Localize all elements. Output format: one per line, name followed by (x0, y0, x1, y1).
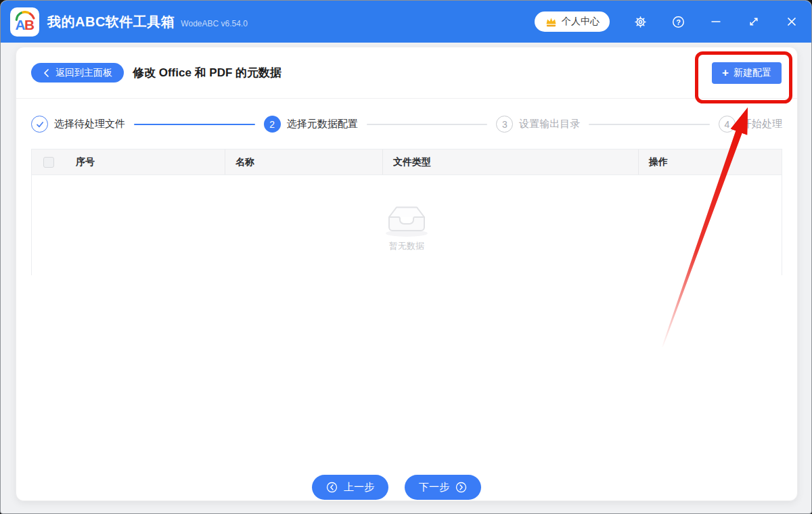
step-2-circle: 2 (264, 116, 281, 133)
empty-inbox-icon (380, 198, 434, 237)
titlebar: A B 我的ABC软件工具箱 WodeABC v6.54.0 个人中心 (1, 1, 811, 43)
step-1-circle (31, 116, 48, 133)
table-body-empty: 暂无数据 (32, 175, 782, 275)
prev-step-label: 上一步 (344, 481, 374, 494)
abc-logo-icon: A B (12, 9, 38, 34)
step-4-label: 开始处理 (742, 118, 782, 131)
settings-button[interactable] (633, 14, 648, 29)
panel-header: 返回到主面板 修改 Office 和 PDF 的元数据 + 新建配置 (16, 47, 797, 99)
new-config-label: 新建配置 (734, 67, 771, 79)
svg-text:B: B (24, 17, 35, 32)
main-panel: 返回到主面板 修改 Office 和 PDF 的元数据 + 新建配置 选择待处理… (16, 47, 798, 501)
svg-text:?: ? (676, 18, 681, 26)
step-4-circle: 4 (719, 116, 736, 133)
minimize-icon (709, 15, 723, 28)
header-cell-filetype: 文件类型 (382, 149, 638, 174)
step-set-output-dir: 3 设置输出目录 (496, 116, 580, 133)
prev-step-button[interactable]: 上一步 (312, 475, 388, 500)
help-button[interactable]: ? (671, 14, 685, 29)
step-3-circle: 3 (496, 116, 513, 133)
maximize-icon (747, 15, 761, 28)
back-button-label: 返回到主面板 (55, 67, 112, 79)
wizard-stepper: 选择待处理文件 2 选择元数据配置 3 设置输出目录 4 开始处理 (31, 116, 782, 133)
next-step-label: 下一步 (419, 481, 449, 494)
help-icon: ? (671, 15, 685, 29)
header-cell-checkbox (32, 149, 66, 174)
wizard-footer: 上一步 下一步 (6, 475, 787, 500)
next-step-button[interactable]: 下一步 (405, 475, 481, 500)
step-connector (134, 124, 255, 125)
back-chevron-icon (43, 68, 50, 78)
config-table: 序号 名称 文件类型 操作 暂无数据 (31, 149, 782, 275)
step-select-metadata-config: 2 选择元数据配置 (264, 116, 358, 133)
step-connector (367, 124, 488, 125)
app-logo: A B (10, 7, 39, 37)
step-1-label: 选择待处理文件 (54, 118, 125, 131)
crown-icon (545, 16, 558, 28)
page-title: 修改 Office 和 PDF 的元数据 (133, 65, 281, 80)
header-cell-seq: 序号 (66, 149, 225, 174)
step-3-label: 设置输出目录 (519, 118, 580, 131)
maximize-button[interactable] (746, 14, 761, 29)
empty-data-text: 暂无数据 (389, 240, 424, 252)
select-all-checkbox[interactable] (43, 157, 54, 168)
step-start-processing: 4 开始处理 (719, 116, 782, 133)
step-select-files: 选择待处理文件 (31, 116, 125, 133)
header-cell-operation: 操作 (638, 149, 782, 174)
gear-icon (633, 15, 648, 29)
table-header-row: 序号 名称 文件类型 操作 (32, 149, 782, 175)
app-window: A B 我的ABC软件工具箱 WodeABC v6.54.0 个人中心 (0, 0, 812, 514)
personal-center-button[interactable]: 个人中心 (535, 11, 610, 32)
step-2-label: 选择元数据配置 (287, 118, 358, 131)
app-version: WodeABC v6.54.0 (181, 19, 248, 28)
back-to-dashboard-button[interactable]: 返回到主面板 (31, 63, 124, 83)
plus-icon: + (722, 67, 729, 78)
close-button[interactable] (784, 14, 799, 29)
header-cell-name: 名称 (225, 149, 382, 174)
close-icon (785, 15, 798, 28)
new-config-button[interactable]: + 新建配置 (712, 62, 782, 84)
app-title: 我的ABC软件工具箱 (47, 13, 175, 31)
next-circle-icon (455, 482, 467, 493)
check-icon (35, 120, 45, 129)
personal-center-label: 个人中心 (562, 16, 600, 28)
step-connector (589, 124, 710, 125)
prev-circle-icon (326, 482, 338, 493)
minimize-button[interactable] (708, 14, 723, 29)
